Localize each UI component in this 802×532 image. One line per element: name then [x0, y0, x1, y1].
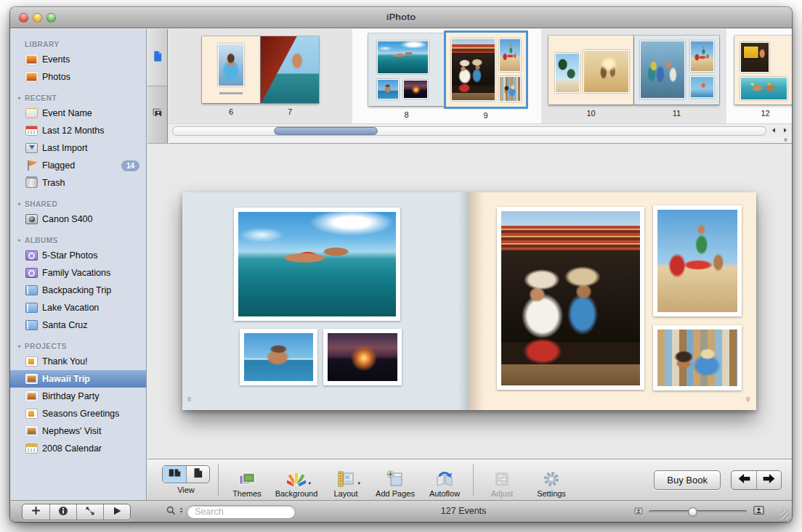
zoom-slider-track[interactable] [649, 510, 747, 513]
sidebar-item-trash[interactable]: Trash [10, 174, 146, 192]
sidebar-item-flagged[interactable]: Flagged14 [10, 157, 146, 174]
window-resize-grip[interactable] [780, 510, 790, 520]
photos-view-button[interactable] [147, 86, 167, 144]
strip-scroll-right-button[interactable] [779, 126, 790, 136]
plus-icon [30, 504, 42, 520]
sidebar-item-label: Events [42, 54, 70, 65]
page-thumbnail-12[interactable] [734, 36, 793, 105]
slideshow-button[interactable] [103, 504, 130, 520]
search-icon[interactable] [166, 505, 177, 519]
sidebar-item-birthday-party[interactable]: Birthday Party [10, 388, 146, 405]
page-thumbnail-9[interactable] [446, 33, 526, 107]
sidebar-item-event-name[interactable]: Event Name [10, 105, 146, 122]
info-button[interactable] [49, 504, 76, 520]
adjust-icon [493, 467, 511, 488]
arrow-left-icon [736, 471, 753, 489]
thumbnail-photo [555, 53, 580, 93]
arrow-right-icon [761, 471, 777, 489]
sidebar-item-santa-cruz[interactable]: Santa Cruz [10, 316, 146, 334]
sidebar-section-header: LIBRARY [10, 38, 146, 51]
thumbnail-strip-cell: 1011 [541, 29, 726, 123]
spread-view-icon [167, 467, 182, 482]
sidebar-item-events[interactable]: Events [10, 51, 146, 68]
zoom-slider-thumb[interactable] [688, 507, 697, 517]
strip-resize-dot[interactable] [784, 138, 787, 142]
toolbar-themes-button[interactable]: Themes [222, 462, 272, 498]
sidebar-item-family-vacations[interactable]: Family Vacations [10, 264, 146, 282]
thumbnail-photo [690, 76, 714, 98]
thumbnail-photo [640, 41, 685, 99]
page-thumbnail-6[interactable] [202, 36, 260, 103]
sidebar-item-last-12-months[interactable]: Last 12 Months [10, 122, 146, 139]
sidebar-item-label: Canon S400 [42, 214, 93, 224]
toolbar-layout-button[interactable]: ▾Layout [321, 462, 370, 498]
search-input[interactable] [187, 505, 296, 519]
page-thumbnail-11[interactable] [634, 36, 719, 105]
book-icon [25, 391, 38, 401]
page-thumbnail-8[interactable] [368, 33, 445, 106]
thumbnail-photo [261, 36, 319, 103]
beach-group-photo[interactable] [653, 205, 742, 316]
strip-scroll-left-button[interactable] [769, 126, 779, 136]
disclosure-triangle-icon[interactable]: ▼ [17, 202, 25, 207]
disclosure-triangle-icon[interactable]: ▼ [17, 344, 25, 349]
toolbar-settings-button[interactable]: Settings [527, 462, 576, 498]
page-thumbnail-column: 8 [368, 33, 445, 119]
toolbar-add-pages-button[interactable]: Add Pages [370, 462, 420, 498]
disclosure-triangle-icon[interactable]: ▼ [17, 96, 25, 101]
sidebar-item-seasons-greetings[interactable]: Seasons Greetings [10, 405, 146, 422]
photos-view-icon [151, 107, 163, 123]
next-page-button[interactable] [756, 471, 781, 489]
trash-icon [25, 178, 38, 188]
wagon-straw-hats-photo[interactable] [497, 207, 644, 390]
sidebar-item-lake-vacation[interactable]: Lake Vacation [10, 299, 146, 316]
sidebar-item-thank-you[interactable]: Thank You! [10, 353, 146, 370]
buy-book-button[interactable]: Buy Book [654, 470, 721, 490]
search-scope-arrows-icon[interactable] [178, 504, 185, 519]
surfboard-rack-photo[interactable] [653, 325, 742, 390]
toolbar-button-label: Layout [333, 489, 357, 498]
sunset-photo[interactable] [323, 329, 402, 385]
sidebar-item-5-star-photos[interactable]: 5-Star Photos [10, 247, 146, 264]
page-view-button[interactable] [147, 29, 167, 86]
zoom-out-photo-icon[interactable] [633, 505, 644, 518]
toolbar-autoflow-button[interactable]: Autoflow [420, 462, 469, 498]
book-icon [25, 426, 38, 436]
zoom-in-photo-icon[interactable] [752, 504, 766, 519]
sidebar-item-nephews-visit[interactable]: Nephews' Visit [10, 422, 146, 440]
album-icon [25, 320, 38, 330]
add-button[interactable] [23, 504, 49, 520]
search-area [166, 504, 296, 519]
sidebar-section-header: ▼PROJECTS [10, 340, 146, 353]
sidebar-section-label: PROJECTS [25, 343, 67, 351]
toolbar-button-label: Themes [232, 489, 262, 498]
page-thumbnail-10[interactable] [548, 36, 633, 105]
surfers-paddling-photo[interactable] [234, 208, 400, 321]
previous-page-button[interactable] [732, 471, 756, 489]
title-bar[interactable]: iPhoto [10, 7, 792, 28]
view-spread-button[interactable] [163, 466, 186, 483]
card-icon [25, 356, 38, 367]
sidebar-item-canon-s400[interactable]: Canon S400 [10, 210, 146, 228]
sidebar-item-backpacking-trip[interactable]: Backpacking Trip [10, 282, 146, 299]
strip-scrollbar-thumb[interactable] [274, 127, 378, 135]
thumbnail-photo [690, 41, 714, 72]
sidebar-section-library: LIBRARYEventsPhotos [10, 38, 146, 86]
page-thumbnail-column: 9 [446, 33, 526, 120]
sidebar-item-label: Last Import [42, 143, 88, 153]
thumbnail-photo [740, 42, 769, 73]
toolbar-background-button[interactable]: ▾Background [272, 462, 321, 498]
fullscreen-button[interactable] [76, 504, 103, 520]
strip-scrollbar-track[interactable] [172, 126, 766, 136]
sidebar-item-last-import[interactable]: Last Import [10, 139, 146, 157]
thumbnail-photo [218, 44, 244, 86]
camera-woman-photo[interactable] [240, 329, 317, 385]
thumbnail-strip-cell: 67 [169, 29, 352, 123]
sidebar-item-2008-calendar[interactable]: 2008 Calendar [10, 440, 146, 457]
disclosure-triangle-icon[interactable]: ▼ [17, 238, 25, 243]
page-thumbnail-7[interactable] [261, 36, 319, 103]
book-canvas: 8 9 [147, 144, 792, 459]
view-single-button[interactable] [186, 466, 209, 483]
sidebar-item-photos[interactable]: Photos [10, 68, 146, 86]
sidebar-item-hawaii-trip[interactable]: Hawaii Trip [10, 370, 146, 388]
